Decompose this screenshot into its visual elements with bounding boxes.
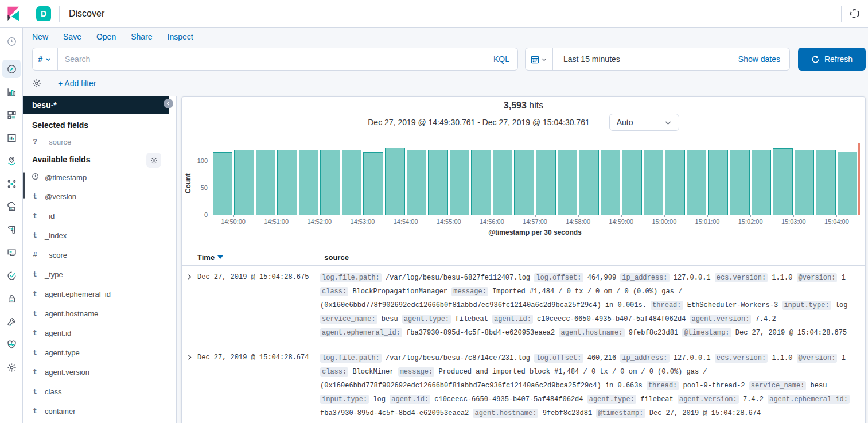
histogram-bar[interactable] bbox=[234, 150, 254, 215]
field-key-badge[interactable]: agent.id: bbox=[390, 395, 430, 404]
dashboard-icon[interactable] bbox=[2, 106, 21, 124]
index-pattern-selector[interactable]: besu-* bbox=[23, 96, 169, 114]
histogram-bar[interactable] bbox=[665, 150, 685, 215]
histogram-bar[interactable] bbox=[407, 150, 427, 215]
field-key-badge[interactable]: agent.type: bbox=[587, 395, 636, 404]
query-language-filter-button[interactable]: # bbox=[33, 48, 58, 70]
field-key-badge[interactable]: input.type: bbox=[320, 395, 369, 404]
field-key-badge[interactable]: service_name: bbox=[749, 381, 807, 390]
available-field-agent.id[interactable]: tagent.id bbox=[31, 329, 166, 337]
field-key-badge[interactable]: @timestamp: bbox=[682, 328, 731, 337]
new-button[interactable]: New bbox=[32, 32, 48, 41]
field-key-badge[interactable]: agent.id: bbox=[492, 315, 533, 324]
field-key-badge[interactable]: agent.hostname: bbox=[559, 328, 624, 337]
histogram-bar[interactable] bbox=[471, 150, 491, 215]
histogram-bar[interactable] bbox=[256, 150, 276, 215]
histogram-bar[interactable] bbox=[579, 150, 599, 215]
visualize-chart-icon[interactable] bbox=[2, 83, 21, 101]
field-key-badge[interactable]: agent.ephemeral_id: bbox=[320, 328, 402, 337]
histogram-bar[interactable] bbox=[708, 150, 728, 215]
available-field-agent.type[interactable]: tagent.type bbox=[31, 348, 166, 357]
help-icon[interactable] bbox=[842, 9, 868, 19]
uptime-clock-icon[interactable] bbox=[2, 266, 21, 285]
interval-select[interactable]: Auto bbox=[609, 114, 679, 131]
show-dates-button[interactable]: Show dates bbox=[729, 55, 789, 64]
histogram-bar[interactable] bbox=[277, 150, 297, 215]
histogram-bar[interactable] bbox=[622, 150, 642, 215]
histogram-bar[interactable] bbox=[363, 152, 383, 215]
management-gear-icon[interactable] bbox=[2, 358, 21, 377]
histogram-bar[interactable] bbox=[644, 150, 664, 215]
selected-field-_source[interactable]: ?_source bbox=[31, 138, 166, 146]
histogram-bar[interactable] bbox=[773, 148, 793, 215]
available-field-_type[interactable]: t_type bbox=[31, 270, 166, 279]
field-key-badge[interactable]: service_name: bbox=[320, 315, 377, 324]
field-key-badge[interactable]: agent.type: bbox=[402, 315, 451, 324]
histogram-bar[interactable] bbox=[558, 150, 578, 215]
refresh-button[interactable]: Refresh bbox=[798, 48, 866, 71]
field-key-badge[interactable]: agent.ephemeral_id: bbox=[768, 395, 850, 404]
sidebar-scrollbar[interactable] bbox=[23, 172, 25, 199]
available-field-class[interactable]: tclass bbox=[31, 387, 166, 396]
histogram-bar[interactable] bbox=[493, 150, 513, 215]
field-key-badge[interactable]: message: bbox=[451, 287, 488, 296]
field-key-badge[interactable]: ip_address: bbox=[620, 273, 669, 282]
histogram-bar[interactable] bbox=[536, 150, 556, 215]
available-field-_score[interactable]: #_score bbox=[31, 251, 166, 259]
histogram-bar[interactable] bbox=[816, 150, 836, 215]
available-field-agent.hostname[interactable]: tagent.hostname bbox=[31, 309, 166, 318]
histogram-bar[interactable] bbox=[687, 150, 707, 215]
field-key-badge[interactable]: agent.version: bbox=[690, 315, 752, 324]
field-key-badge[interactable]: ip_address: bbox=[620, 354, 669, 363]
field-key-badge[interactable]: @version: bbox=[797, 354, 838, 363]
histogram-bar[interactable] bbox=[342, 150, 362, 215]
maps-pin-icon[interactable] bbox=[2, 152, 21, 170]
available-field-agent.version[interactable]: tagent.version bbox=[31, 368, 166, 377]
field-key-badge[interactable]: ecs.version: bbox=[715, 354, 768, 363]
field-key-badge[interactable]: class: bbox=[320, 367, 348, 377]
field-key-badge[interactable]: log.offset: bbox=[534, 354, 583, 363]
histogram-bar[interactable] bbox=[514, 150, 534, 215]
histogram-bar[interactable] bbox=[838, 152, 858, 215]
histogram-bar[interactable] bbox=[320, 150, 340, 215]
field-key-badge[interactable]: @version: bbox=[797, 273, 838, 282]
field-key-badge[interactable]: log.file.path: bbox=[320, 273, 382, 282]
collapse-sidebar-button[interactable] bbox=[164, 99, 173, 108]
histogram-bar[interactable] bbox=[795, 150, 815, 215]
time-range-value[interactable]: Last 15 minutes bbox=[553, 55, 729, 64]
share-button[interactable]: Share bbox=[131, 32, 152, 41]
available-field-agent.ephemeral_id[interactable]: tagent.ephemeral_id bbox=[31, 290, 166, 298]
fields-filter-gear-icon[interactable] bbox=[146, 153, 161, 168]
histogram-bar[interactable] bbox=[752, 150, 772, 215]
histogram-bar[interactable] bbox=[213, 152, 233, 215]
apm-monitor-icon[interactable] bbox=[2, 243, 21, 262]
histogram-bar[interactable] bbox=[428, 150, 448, 215]
field-key-badge[interactable]: log.file.path: bbox=[320, 354, 382, 363]
monitoring-heart-icon[interactable] bbox=[2, 335, 21, 354]
available-field-@timestamp[interactable]: @timestamp bbox=[31, 173, 166, 183]
discover-app-badge[interactable]: D bbox=[36, 6, 51, 21]
logs-scroll-icon[interactable] bbox=[2, 220, 21, 239]
kql-button[interactable]: KQL bbox=[485, 48, 517, 70]
histogram-bar[interactable] bbox=[450, 150, 470, 215]
field-key-badge[interactable]: ecs.version: bbox=[715, 273, 768, 282]
kibana-logo[interactable] bbox=[0, 6, 28, 21]
filter-settings-gear-icon[interactable] bbox=[32, 79, 41, 88]
time-column-header[interactable]: Time bbox=[182, 253, 320, 262]
histogram-bar[interactable] bbox=[730, 150, 750, 215]
expand-row-chevron-icon[interactable] bbox=[182, 351, 197, 420]
field-key-badge[interactable]: thread: bbox=[647, 381, 679, 390]
field-key-badge[interactable]: @timestamp: bbox=[596, 409, 645, 418]
field-key-badge[interactable]: input.type: bbox=[782, 301, 831, 310]
field-key-badge[interactable]: thread: bbox=[651, 301, 683, 310]
siem-lock-icon[interactable] bbox=[2, 289, 21, 308]
add-filter-button[interactable]: + Add filter bbox=[58, 79, 96, 88]
machine-learning-icon[interactable] bbox=[2, 174, 21, 193]
save-button[interactable]: Save bbox=[63, 32, 81, 41]
available-field-@version[interactable]: t@version bbox=[31, 192, 166, 201]
field-key-badge[interactable]: agent.version: bbox=[678, 395, 739, 404]
field-key-badge[interactable]: class: bbox=[320, 287, 348, 296]
open-button[interactable]: Open bbox=[96, 32, 116, 41]
field-key-badge[interactable]: agent.hostname: bbox=[473, 409, 538, 418]
metrics-cloud-icon[interactable] bbox=[2, 197, 21, 216]
